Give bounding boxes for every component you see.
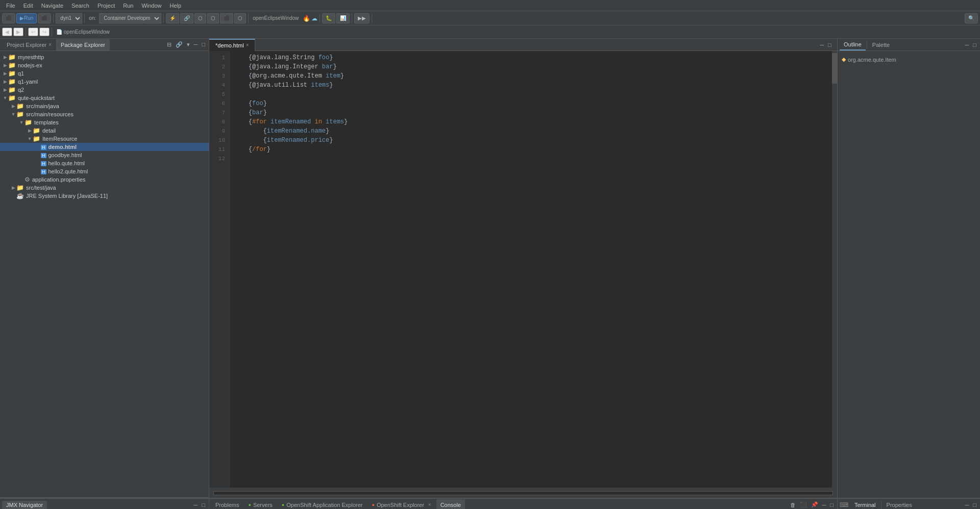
maximize-explorer-icon[interactable]: □	[200, 41, 207, 48]
back-btn[interactable]: ◀	[2, 28, 12, 36]
search-btn[interactable]: 🔍	[965, 13, 978, 23]
toolbar-btn-5[interactable]: ⬛	[220, 13, 233, 23]
editor-tab-demo-html[interactable]: *demo.html ×	[209, 39, 255, 51]
new-button[interactable]: ⬛	[2, 13, 15, 23]
code-line-10: {itemRenamed.price}	[234, 136, 828, 145]
tab-properties[interactable]: Properties	[883, 501, 916, 509]
tree-item-6[interactable]: ▶📁src/main/java	[0, 102, 209, 110]
tab-project-explorer[interactable]: Project Explorer ×	[2, 39, 56, 50]
tab-terminal[interactable]: Terminal	[850, 501, 880, 509]
toolbar-btn-2[interactable]: 🔗	[180, 13, 193, 23]
link-with-editor-icon[interactable]: 🔗	[174, 41, 184, 48]
tree-icon-7: 📁	[16, 111, 24, 118]
console-minimize-icon[interactable]: ─	[821, 501, 828, 508]
tree-item-2[interactable]: ▶📁q1	[0, 69, 209, 78]
on-label: on:	[87, 15, 98, 21]
code-line-8: {#for itemRenamed in items}	[234, 117, 828, 126]
toolbar-btn-3[interactable]: ⬡	[194, 13, 206, 23]
menu-file[interactable]: File	[2, 0, 19, 11]
code-line-2: {@java.lang.Integer bar}	[234, 62, 828, 71]
tab-jmx-navigator[interactable]: JMX Navigator	[2, 501, 47, 509]
outline-item-item[interactable]: ◆ org.acme.qute.Item	[842, 55, 976, 64]
horizontal-scrollbar[interactable]	[213, 491, 833, 495]
toolbar-btn-1[interactable]: ⚡	[166, 13, 179, 23]
outline-minimize-icon[interactable]: ─	[964, 41, 971, 48]
menu-search[interactable]: Search	[67, 0, 93, 11]
tab-openshift-explorer[interactable]: ● OpenShift Explorer ×	[368, 499, 435, 510]
tab-package-explorer[interactable]: Package Explorer	[56, 39, 110, 50]
editor-scrollbar[interactable]	[832, 51, 837, 488]
toolbar-debug-btn[interactable]: 🐛	[322, 13, 335, 23]
toolbar-btn-6[interactable]: ⬡	[234, 13, 246, 23]
menu-help[interactable]: Help	[166, 0, 186, 11]
tree-item-17[interactable]: ☕JRE System Library [JavaSE-11]	[0, 192, 209, 200]
outline-tab-bar: Outline Palette ─ □	[838, 39, 980, 51]
terminal-minimize-icon[interactable]: ─	[964, 501, 971, 508]
tree-item-10[interactable]: ▼📁ItemResource	[0, 135, 209, 143]
close-ose-icon[interactable]: ×	[428, 502, 431, 507]
tab-console-label: Console	[440, 502, 461, 508]
tab-outline[interactable]: Outline	[840, 39, 866, 50]
outline-maximize-icon[interactable]: □	[971, 41, 978, 48]
undo-btn[interactable]: ↩	[28, 28, 38, 36]
menu-project[interactable]: Project	[93, 0, 119, 11]
collapse-all-icon[interactable]: ⊟	[165, 41, 173, 48]
tree-item-13[interactable]: Hhello.qute.html	[0, 159, 209, 167]
tree-item-14[interactable]: Hhello2.qute.html	[0, 167, 209, 175]
menu-window[interactable]: Window	[137, 0, 165, 11]
close-editor-tab-icon[interactable]: ×	[246, 42, 249, 48]
console-pin-icon[interactable]: 📌	[810, 501, 820, 508]
menu-edit[interactable]: Edit	[19, 0, 37, 11]
jmx-minimize-icon[interactable]: ─	[192, 501, 200, 508]
close-project-explorer-icon[interactable]: ×	[48, 42, 52, 47]
toolbar-more-btn[interactable]: ▶▶	[354, 13, 370, 23]
scrollbar-thumb[interactable]	[832, 53, 837, 84]
toolbar-profile-btn[interactable]: 📊	[336, 13, 350, 23]
minimize-explorer-icon[interactable]: ─	[192, 41, 200, 48]
redo-btn[interactable]: ↪	[39, 28, 50, 36]
console-clear-icon[interactable]: 🗑	[789, 501, 797, 508]
console-stop-icon[interactable]: ⬛	[798, 501, 808, 508]
menu-navigate[interactable]: Navigate	[37, 0, 67, 11]
tree-item-12[interactable]: Hgoodbye.html	[0, 151, 209, 159]
editor-minimize-icon[interactable]: ─	[819, 41, 826, 48]
tree-icon-0: 📁	[8, 54, 16, 61]
jmx-maximize-icon[interactable]: □	[200, 501, 207, 508]
osa-dot-icon: ●	[282, 502, 284, 507]
tab-palette[interactable]: Palette	[868, 39, 894, 50]
code-line-1: {@java.lang.String foo}	[234, 53, 828, 62]
tree-item-5[interactable]: ▼📁qute-quickstart	[0, 94, 209, 102]
terminal-maximize-icon[interactable]: □	[971, 501, 978, 508]
tree-item-15[interactable]: ⚙application.properties	[0, 175, 209, 184]
run-button[interactable]: ▶ Run	[16, 13, 37, 23]
line-num-2: 2	[213, 62, 225, 71]
tree-item-8[interactable]: ▼📁templates	[0, 118, 209, 126]
explorer-section: Project Explorer × Package Explorer ⊟ 🔗 …	[0, 39, 209, 498]
forward-btn[interactable]: ▶	[13, 28, 23, 36]
eclipse-window-label: openEclipseWindow	[251, 15, 301, 21]
tree-item-7[interactable]: ▼📁src/main/resources	[0, 110, 209, 118]
editor-maximize-icon[interactable]: □	[826, 41, 833, 48]
menu-run[interactable]: Run	[119, 0, 137, 11]
tab-openshift-app-explorer[interactable]: ● OpenShift Application Explorer	[278, 499, 367, 510]
tab-servers[interactable]: ● Servers	[244, 499, 276, 510]
line-num-4: 4	[213, 81, 225, 90]
tree-item-0[interactable]: ▶📁myresthttp	[0, 53, 209, 61]
tree-item-4[interactable]: ▶📁q2	[0, 86, 209, 94]
tree-item-1[interactable]: ▶📁nodejs-ex	[0, 61, 209, 69]
code-editor[interactable]: {@java.lang.String foo} {@java.lang.Inte…	[230, 51, 832, 488]
tree-icon-10: 📁	[33, 135, 40, 142]
console-maximize-icon[interactable]: □	[828, 501, 835, 508]
stop-button[interactable]: ⬛	[38, 13, 51, 23]
tree-item-9[interactable]: ▶📁detail	[0, 126, 209, 135]
tree-item-3[interactable]: ▶📁q1-yaml	[0, 78, 209, 86]
container-select[interactable]: Container Developm	[99, 13, 161, 23]
tree-item-16[interactable]: ▶📁src/test/java	[0, 184, 209, 192]
explorer-menu-icon[interactable]: ▾	[185, 41, 191, 48]
tab-problems[interactable]: Problems	[211, 499, 243, 510]
tree-label-17: JRE System Library [JavaSE-11]	[26, 193, 108, 199]
run-config-select[interactable]: dyn1	[56, 13, 82, 23]
tree-item-11[interactable]: Hdemo.html	[0, 143, 209, 151]
toolbar-btn-4[interactable]: ⬡	[207, 13, 219, 23]
tab-console[interactable]: Console	[436, 499, 465, 510]
